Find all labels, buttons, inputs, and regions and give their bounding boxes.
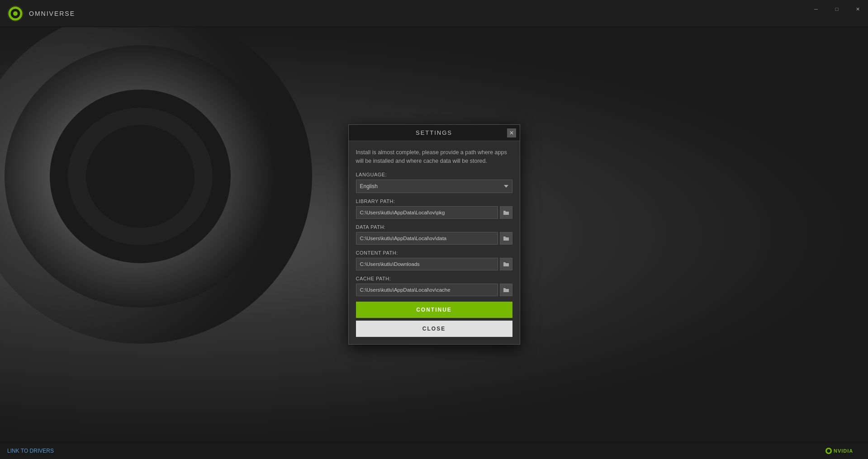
data-path-label: DATA PATH: bbox=[356, 224, 512, 230]
window-close-button[interactable]: ✕ bbox=[847, 2, 868, 16]
library-path-field-group: LIBRARY PATH: bbox=[356, 199, 512, 219]
data-path-input[interactable] bbox=[356, 232, 498, 245]
data-path-row bbox=[356, 232, 512, 245]
link-to-drivers[interactable]: LINK TO DRIVERS bbox=[7, 448, 54, 454]
minimize-button[interactable]: ─ bbox=[806, 2, 826, 16]
app-logo-icon bbox=[7, 5, 24, 22]
close-button[interactable]: CLOSE bbox=[356, 321, 512, 337]
language-field-group: LANGUAGE: English Japanese Chinese Korea… bbox=[356, 172, 512, 193]
nvidia-logo-icon: NVIDIA bbox=[825, 447, 861, 455]
library-path-row bbox=[356, 206, 512, 219]
library-path-input[interactable] bbox=[356, 206, 498, 219]
dialog-description: Install is almost complete, please provi… bbox=[356, 148, 512, 166]
dialog-body: Install is almost complete, please provi… bbox=[349, 141, 520, 344]
content-path-label: CONTENT PATH: bbox=[356, 250, 512, 256]
dialog-titlebar: SETTINGS ✕ bbox=[349, 125, 520, 141]
modal-overlay: SETTINGS ✕ Install is almost complete, p… bbox=[0, 27, 868, 442]
main-content: SETTINGS ✕ Install is almost complete, p… bbox=[0, 27, 868, 442]
dialog-close-button[interactable]: ✕ bbox=[507, 128, 516, 137]
data-path-browse-button[interactable] bbox=[500, 232, 512, 245]
titlebar: OMNIVERSE ─ □ ✕ bbox=[0, 0, 868, 27]
svg-point-2 bbox=[13, 11, 18, 16]
content-path-row bbox=[356, 258, 512, 270]
folder-icon bbox=[503, 261, 509, 267]
data-path-field-group: DATA PATH: bbox=[356, 224, 512, 245]
maximize-button[interactable]: □ bbox=[826, 2, 847, 16]
language-label: LANGUAGE: bbox=[356, 172, 512, 177]
continue-button[interactable]: CONTINUE bbox=[356, 302, 512, 318]
statusbar: LINK TO DRIVERS NVIDIA bbox=[0, 442, 868, 459]
language-select[interactable]: English Japanese Chinese Korean bbox=[356, 180, 512, 193]
app-title: OMNIVERSE bbox=[29, 10, 75, 17]
cache-path-label: CACHE PATH: bbox=[356, 276, 512, 281]
folder-icon bbox=[503, 287, 509, 293]
cache-path-input[interactable] bbox=[356, 284, 498, 296]
library-path-label: LIBRARY PATH: bbox=[356, 199, 512, 204]
settings-dialog: SETTINGS ✕ Install is almost complete, p… bbox=[348, 124, 520, 345]
folder-icon bbox=[503, 210, 509, 215]
cache-path-field-group: CACHE PATH: bbox=[356, 276, 512, 296]
svg-text:NVIDIA: NVIDIA bbox=[834, 448, 853, 454]
content-path-browse-button[interactable] bbox=[500, 258, 512, 270]
folder-icon bbox=[503, 236, 509, 241]
window-controls: ─ □ ✕ bbox=[806, 0, 868, 18]
content-path-field-group: CONTENT PATH: bbox=[356, 250, 512, 270]
cache-path-browse-button[interactable] bbox=[500, 284, 512, 296]
library-path-browse-button[interactable] bbox=[500, 206, 512, 219]
nvidia-logo: NVIDIA bbox=[825, 447, 861, 455]
dialog-title: SETTINGS bbox=[416, 129, 452, 136]
cache-path-row bbox=[356, 284, 512, 296]
content-path-input[interactable] bbox=[356, 258, 498, 270]
